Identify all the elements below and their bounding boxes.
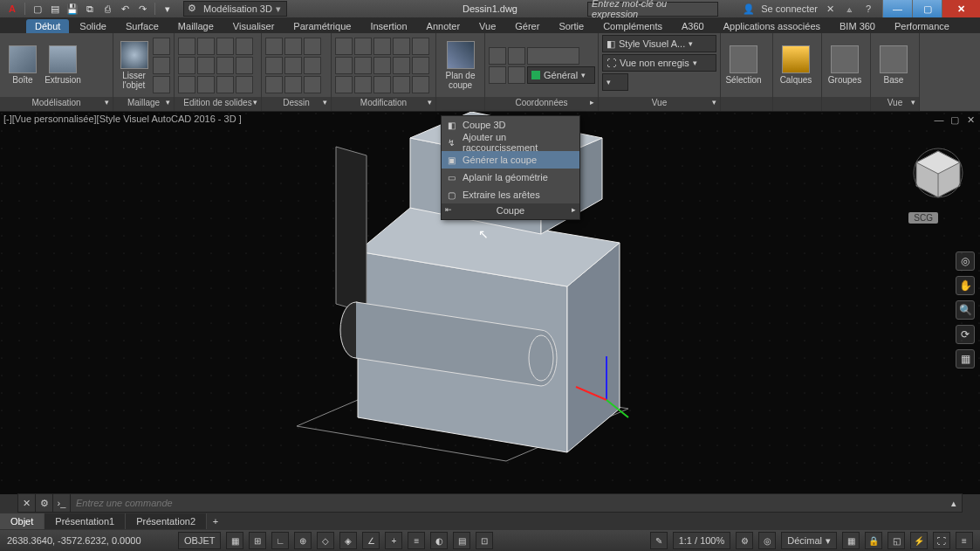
- maximize-button[interactable]: ▢: [912, 0, 942, 17]
- steering-wheel-icon[interactable]: ◎: [956, 251, 975, 271]
- layout-tab-2[interactable]: Présentation2: [126, 513, 207, 529]
- orbit-icon[interactable]: ⟳: [956, 325, 975, 344]
- mesh-btn-2[interactable]: [153, 57, 170, 74]
- tab-maillage[interactable]: Maillage: [169, 19, 223, 33]
- minimize-button[interactable]: —: [882, 0, 912, 17]
- snap-toggle[interactable]: ⊞: [249, 532, 266, 549]
- signin-icon[interactable]: 👤: [742, 2, 756, 16]
- coordinates[interactable]: 2638.3640, -3572.6232, 0.0000: [7, 535, 173, 546]
- ucs-btn[interactable]: [508, 47, 525, 65]
- more-icon[interactable]: ▾: [161, 2, 175, 16]
- zoom-icon[interactable]: 🔍: [956, 300, 975, 320]
- tab-solide[interactable]: Solide: [71, 19, 115, 33]
- box-button[interactable]: Boîte: [3, 36, 42, 95]
- mod-btn[interactable]: [373, 76, 391, 93]
- panel-title[interactable]: Modélisation▾: [0, 97, 113, 111]
- mod-btn[interactable]: [412, 76, 429, 93]
- menu-coupe-3d[interactable]: ◧Coupe 3D: [442, 116, 579, 134]
- draw-btn[interactable]: [265, 57, 283, 74]
- annotation-icon[interactable]: ◎: [758, 532, 776, 549]
- menu-panel-label[interactable]: ⇤Coupe▸: [442, 203, 579, 219]
- menu-generate-section[interactable]: ▣Générer la coupe: [442, 151, 579, 169]
- solid-btn[interactable]: [236, 38, 253, 55]
- tab-debut[interactable]: Début: [26, 19, 69, 33]
- panel-title[interactable]: [436, 97, 484, 111]
- menu-add-jog[interactable]: ↯Ajouter un raccourcissement: [442, 134, 579, 151]
- mod-btn[interactable]: [335, 76, 353, 93]
- tab-apps[interactable]: Applications associées: [715, 19, 829, 33]
- mesh-btn-1[interactable]: [153, 38, 170, 55]
- space-label[interactable]: OBJET: [178, 532, 221, 549]
- ucs-btn[interactable]: [489, 66, 506, 84]
- saved-view-combo[interactable]: ⛶ Vue non enregis▾: [602, 54, 716, 72]
- clean-screen-icon[interactable]: ⛶: [933, 532, 950, 549]
- tab-parametrique[interactable]: Paramétrique: [284, 19, 360, 33]
- mesh-btn-3[interactable]: [153, 76, 170, 93]
- base-button[interactable]: Base: [874, 36, 913, 95]
- a360-icon[interactable]: ⟁: [842, 2, 856, 16]
- scale-display[interactable]: 1:1 / 100%: [673, 532, 731, 549]
- mod-btn[interactable]: [354, 76, 372, 93]
- workspace-icon[interactable]: ⚙: [736, 532, 753, 549]
- mod-btn[interactable]: [373, 57, 391, 74]
- workspace-selector[interactable]: ⚙ Modélisation 3D ▾: [183, 1, 287, 17]
- layers-button[interactable]: Calques: [777, 36, 815, 95]
- saveas-icon[interactable]: ⧉: [83, 2, 97, 16]
- draw-btn[interactable]: [284, 76, 302, 93]
- solid-btn[interactable]: [197, 38, 215, 55]
- mod-btn[interactable]: [354, 57, 372, 74]
- exchange-icon[interactable]: ✕: [823, 2, 837, 16]
- annotation-scale-icon[interactable]: ✎: [650, 532, 668, 549]
- showmotion-icon[interactable]: ▦: [956, 349, 975, 368]
- customize-icon[interactable]: ≡: [956, 532, 973, 549]
- panel-title[interactable]: Modification▾: [332, 97, 435, 111]
- signin-label[interactable]: Se connecter: [761, 3, 818, 14]
- panel-title[interactable]: Vue▾: [599, 97, 720, 111]
- layout-tab-model[interactable]: Objet: [0, 513, 45, 529]
- selection-button[interactable]: Sélection: [724, 36, 763, 95]
- panel-title[interactable]: Dessin▾: [262, 97, 331, 111]
- tpy-toggle[interactable]: ◐: [430, 532, 448, 549]
- layer-combo[interactable]: Général ▾: [527, 66, 595, 84]
- cmd-close-icon[interactable]: ✕: [18, 494, 36, 512]
- tab-insertion[interactable]: Insertion: [361, 19, 415, 33]
- mod-btn[interactable]: [412, 38, 429, 55]
- solid-btn[interactable]: [236, 76, 253, 93]
- lock-ui-icon[interactable]: 🔒: [865, 532, 882, 549]
- extrusion-button[interactable]: Extrusion: [44, 36, 82, 95]
- solid-btn[interactable]: [178, 76, 195, 93]
- mod-btn[interactable]: [393, 38, 410, 55]
- otrack-toggle[interactable]: ∠: [362, 532, 380, 549]
- panel-title[interactable]: Maillage▾: [113, 97, 174, 111]
- tab-annoter[interactable]: Annoter: [418, 19, 469, 33]
- panel-title[interactable]: Vue▾: [871, 97, 919, 111]
- solid-btn[interactable]: [236, 57, 253, 74]
- 3dosnap-toggle[interactable]: ◈: [339, 532, 357, 549]
- tab-gerer[interactable]: Gérer: [506, 19, 548, 33]
- grid-toggle[interactable]: ▦: [226, 532, 243, 549]
- draw-btn[interactable]: [265, 38, 283, 55]
- mod-btn[interactable]: [412, 57, 429, 74]
- tab-performance[interactable]: Performance: [886, 19, 958, 33]
- viewcube[interactable]: [912, 147, 964, 199]
- new-icon[interactable]: ▢: [31, 2, 45, 16]
- draw-btn[interactable]: [304, 76, 321, 93]
- quickprops-icon[interactable]: ▦: [842, 532, 860, 549]
- draw-btn[interactable]: [304, 57, 321, 74]
- tab-sortie[interactable]: Sortie: [550, 19, 593, 33]
- osnap-toggle[interactable]: ◇: [317, 532, 334, 549]
- groups-button[interactable]: Groupes: [826, 36, 864, 95]
- lwt-toggle[interactable]: ≡: [408, 532, 425, 549]
- ortho-toggle[interactable]: ∟: [271, 532, 289, 549]
- solid-btn[interactable]: [197, 76, 215, 93]
- ucs-btn[interactable]: [508, 66, 525, 84]
- mod-btn[interactable]: [335, 57, 353, 74]
- mod-btn[interactable]: [354, 38, 372, 55]
- smooth-button[interactable]: Lisser l'objet: [117, 36, 151, 95]
- layout-tab-1[interactable]: Présentation1: [45, 513, 126, 529]
- qp-toggle[interactable]: ▤: [453, 532, 470, 549]
- tab-visualiser[interactable]: Visualiser: [224, 19, 284, 33]
- open-icon[interactable]: ▤: [48, 2, 62, 16]
- tab-vue[interactable]: Vue: [470, 19, 504, 33]
- cmd-expand-icon[interactable]: ▴: [946, 498, 962, 509]
